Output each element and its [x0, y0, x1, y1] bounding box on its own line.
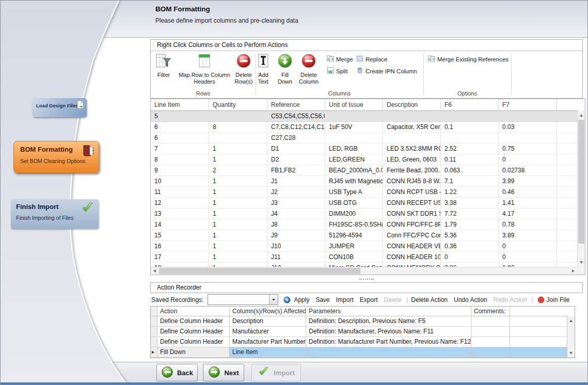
- grid-cell[interactable]: FB1,FB2: [267, 165, 325, 176]
- grid-cell[interactable]: 1: [209, 176, 267, 187]
- grid-cell[interactable]: [471, 316, 510, 327]
- export-menu-item[interactable]: Export: [360, 296, 378, 303]
- grid-cell[interactable]: LED, Green, 0603: [383, 154, 441, 165]
- grid-cell[interactable]: Definition: Description, Previous Name: …: [306, 316, 471, 327]
- grid-cell[interactable]: 0: [441, 252, 499, 263]
- grid-cell[interactable]: 1: [209, 143, 267, 154]
- grid-cell[interactable]: 1: [209, 230, 267, 241]
- import-menu-item[interactable]: Import: [336, 296, 354, 303]
- delete-action-menu-item[interactable]: Delete Action: [411, 296, 448, 303]
- grid-cell[interactable]: J11: [267, 252, 325, 263]
- scroll-up-arrow[interactable]: [580, 114, 583, 117]
- grid-cell[interactable]: 7: [151, 143, 209, 154]
- fill-down-button[interactable]: Fill Down: [275, 53, 295, 85]
- scroll-up-arrow[interactable]: [569, 319, 573, 322]
- grid-cell[interactable]: C53,C54,C55,C56,C...: [267, 111, 325, 122]
- grid-cell[interactable]: 8: [151, 154, 209, 165]
- vertical-scrollbar[interactable]: [567, 316, 575, 358]
- grid-cell[interactable]: 6: [151, 122, 209, 133]
- grid-cell[interactable]: 16: [151, 241, 209, 252]
- scroll-left-arrow[interactable]: [153, 269, 156, 272]
- grid-cell[interactable]: J1: [267, 176, 325, 187]
- grid-cell[interactable]: 12: [151, 198, 209, 208]
- grid-cell[interactable]: 0.78: [499, 219, 557, 230]
- grid-cell[interactable]: Define Column Header: [157, 316, 230, 327]
- grid-cell[interactable]: 0.02738: [499, 165, 557, 176]
- grid-cell[interactable]: CONN HEADER 10...: [383, 252, 441, 263]
- column-header[interactable]: F7: [499, 99, 557, 111]
- grid-cell[interactable]: 10: [151, 176, 209, 187]
- grid-cell[interactable]: LED,GREEN: [325, 154, 383, 165]
- vertical-scrollbar[interactable]: [577, 111, 585, 267]
- grid-cell[interactable]: 7.1: [441, 176, 499, 187]
- action-row[interactable]: Define Column HeaderManufacturer Part Nu…: [151, 337, 568, 347]
- grid-cell[interactable]: [306, 347, 471, 358]
- table-row[interactable]: 101J1RJ45 with MagneticsCONN RJ45 8-8 W.…: [151, 176, 578, 187]
- grid-cell[interactable]: C7,C8,C12,C14,C15,...: [267, 122, 325, 133]
- grid-cell[interactable]: CONN RECEPT USB...: [383, 198, 441, 208]
- grid-cell[interactable]: 5: [151, 111, 209, 122]
- grid-cell[interactable]: DIMM200: [325, 208, 383, 219]
- action-row[interactable]: Define Column HeaderManufacturerDefiniti…: [151, 327, 568, 337]
- grid-cell[interactable]: Manufacturer: [230, 327, 306, 337]
- grid-cell[interactable]: J3: [267, 198, 325, 208]
- step-finish-import[interactable]: Finish Import Finish Importing of Files: [11, 199, 99, 229]
- grid-cell[interactable]: 1: [209, 252, 267, 263]
- scroll-down-arrow[interactable]: [580, 261, 583, 264]
- grid-cell[interactable]: 2: [209, 165, 267, 176]
- column-header[interactable]: Column(s)/Row(s) Affected: [230, 307, 306, 316]
- grid-cell[interactable]: 3.89: [499, 230, 557, 241]
- grid-cell[interactable]: 1: [209, 241, 267, 252]
- undo-action-menu-item[interactable]: Undo Action: [454, 296, 487, 303]
- grid-cell[interactable]: USB Type A: [325, 187, 383, 198]
- grid-cell[interactable]: [499, 133, 557, 143]
- grid-cell[interactable]: [471, 327, 510, 337]
- grid-cell[interactable]: 14: [151, 219, 209, 230]
- add-text-button[interactable]: Add Text: [253, 53, 274, 85]
- grid-cell[interactable]: RJ45 with Magnetics: [325, 176, 383, 187]
- step-bom-formatting-active[interactable]: BOM Formatting Set BOM Cleaning Options: [13, 141, 99, 173]
- grid-cell[interactable]: 1uF 50V: [325, 122, 383, 133]
- table-row[interactable]: 5C53,C54,C55,C56,C...: [151, 111, 578, 122]
- grid-cell[interactable]: [471, 337, 510, 347]
- scrollbar-thumb[interactable]: [159, 268, 360, 274]
- grid-cell[interactable]: CONN SKT DDR1 S...: [383, 208, 441, 219]
- table-row[interactable]: 151J951296-4594Conn FFC/FPC Con...5.363.…: [151, 230, 578, 241]
- grid-cell[interactable]: Definition: Manufacturer Part Number, Pr…: [306, 337, 471, 347]
- grid-cell[interactable]: 1.41: [499, 198, 557, 208]
- grid-cell[interactable]: Fill Down: [157, 347, 230, 358]
- grid-cell[interactable]: 1.79: [441, 219, 499, 230]
- grid-cell[interactable]: J9: [267, 230, 325, 241]
- grid-cell[interactable]: 9: [151, 165, 209, 176]
- column-header[interactable]: F6: [441, 99, 499, 111]
- column-header[interactable]: Quantity: [209, 99, 267, 111]
- grid-cell[interactable]: [325, 111, 383, 122]
- grid-cell[interactable]: 1: [209, 187, 267, 198]
- next-button[interactable]: Next: [203, 364, 244, 381]
- table-row[interactable]: 131J4DIMM200CONN SKT DDR1 S...7.724.17: [151, 208, 578, 219]
- scroll-down-arrow[interactable]: [569, 352, 573, 355]
- grid-cell[interactable]: BEAD_2000mA_0.0...: [325, 165, 383, 176]
- scroll-right-arrow[interactable]: [572, 269, 575, 272]
- grid-cell[interactable]: 3.38: [441, 198, 499, 208]
- grid-cell[interactable]: [209, 111, 267, 122]
- column-header[interactable]: Description: [383, 99, 441, 111]
- table-row[interactable]: 171J11CON10BCONN HEADER 10...00: [151, 252, 578, 263]
- delete-rows-button[interactable]: Delete Row(s): [232, 53, 255, 85]
- join-file-menu-item[interactable]: Join File: [547, 296, 570, 303]
- horizontal-scrollbar[interactable]: [151, 267, 577, 275]
- splitter-handle[interactable]: [150, 276, 583, 282]
- grid-cell[interactable]: [209, 133, 267, 143]
- saved-recordings-combobox[interactable]: [208, 294, 278, 305]
- grid-cell[interactable]: LED 3.5X2.8MM RG...: [383, 143, 441, 154]
- save-menu-item[interactable]: Save: [315, 296, 329, 303]
- grid-cell[interactable]: 15: [151, 230, 209, 241]
- column-header[interactable]: Unit of Issue: [325, 99, 383, 111]
- grid-cell[interactable]: 4.17: [499, 208, 557, 219]
- create-ipn-column-button[interactable]: Create IPN Column: [356, 67, 417, 75]
- merge-button[interactable]: Merge: [327, 55, 353, 63]
- grid-cell[interactable]: 3.99: [499, 176, 557, 187]
- column-header[interactable]: Line Item: [151, 99, 209, 111]
- grid-cell[interactable]: 11: [151, 187, 209, 198]
- grid-cell[interactable]: J10: [267, 241, 325, 252]
